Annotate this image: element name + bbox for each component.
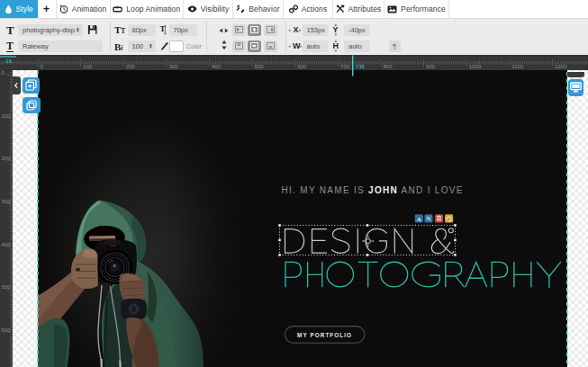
svg-text:200: 200	[126, 64, 136, 69]
svg-text:400: 400	[212, 64, 222, 69]
svg-text:100: 100	[2, 113, 12, 119]
svg-text:800: 800	[384, 64, 394, 69]
svg-text:600: 600	[2, 327, 12, 333]
svg-text:500: 500	[2, 284, 12, 290]
svg-text:300: 300	[168, 64, 178, 69]
svg-text:500: 500	[255, 64, 265, 69]
svg-text:A: A	[417, 216, 421, 223]
svg-text:HI. MY NAME IS JOHN AND I LOVE: HI. MY NAME IS JOHN AND I LOVE	[282, 185, 464, 195]
svg-text:400: 400	[2, 242, 12, 247]
svg-text:736: 736	[356, 64, 366, 69]
svg-text:Canon: Canon	[109, 244, 117, 247]
svg-text:T: T	[159, 24, 165, 33]
svg-text:200: 200	[2, 156, 12, 161]
svg-text:700: 700	[340, 64, 350, 69]
svg-text:100: 100	[83, 64, 93, 69]
svg-text:1200: 1200	[555, 64, 567, 69]
svg-text:-16: -16	[5, 58, 13, 64]
svg-text:300: 300	[2, 199, 12, 204]
svg-text:1100: 1100	[511, 64, 524, 69]
svg-text:MY PORTFOLIO: MY PORTFOLIO	[297, 332, 352, 338]
svg-text:900: 900	[426, 64, 436, 69]
svg-text:600: 600	[297, 64, 307, 69]
svg-text:1000: 1000	[469, 64, 482, 69]
